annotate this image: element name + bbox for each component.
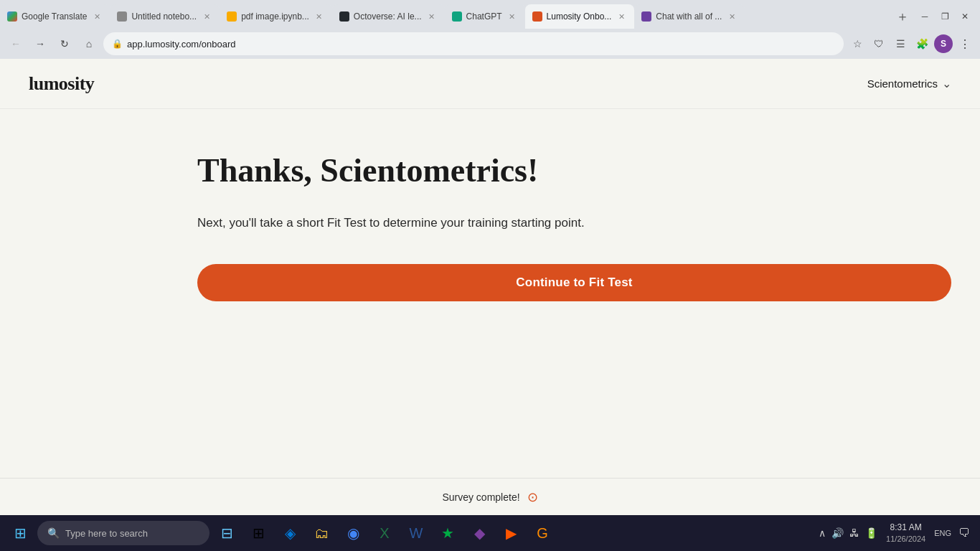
- tab-chatgpt[interactable]: ChatGPT ✕: [445, 4, 525, 29]
- language-indicator: ENG: [934, 529, 951, 537]
- tab-favicon-colab: [227, 11, 237, 22]
- notification-button[interactable]: 🗨: [954, 523, 974, 543]
- taskbar-app-app6[interactable]: ★: [433, 519, 462, 547]
- tab-label-github: Octoverse: AI le...: [354, 11, 422, 22]
- tab-favicon-chatgpt: [452, 11, 462, 22]
- window-controls: ─ ❐ ✕: [915, 7, 980, 26]
- tab-lumosity[interactable]: Lumosity Onbo... ✕: [525, 4, 635, 29]
- date-value: 11/26/2024: [886, 534, 925, 545]
- battery-icon[interactable]: 🔋: [865, 527, 877, 539]
- forward-button[interactable]: →: [30, 34, 50, 54]
- taskbar-app-word[interactable]: W: [402, 519, 430, 547]
- page-wrapper: lumosity Scientometrics ⌄ Thanks, Scient…: [0, 59, 980, 515]
- system-tray-icons: ∧ 🔊 🖧 🔋: [819, 527, 877, 539]
- tab-close-github[interactable]: ✕: [426, 11, 438, 22]
- tab-close-chat2[interactable]: ✕: [726, 11, 738, 22]
- windows-logo-icon: ⊞: [14, 524, 27, 542]
- tab-label-chat2: Chat with all of ...: [656, 11, 722, 22]
- tab-label-chatgpt: ChatGPT: [466, 11, 502, 22]
- tray-chevron[interactable]: ∧: [819, 527, 826, 539]
- survey-status-text: Survey complete!: [442, 491, 519, 503]
- security-icon: 🔒: [112, 39, 123, 49]
- tab-label-notebook: Untitled notebo...: [131, 11, 197, 22]
- tab-favicon-notebook: [117, 11, 127, 22]
- time-value: 8:31 AM: [886, 522, 925, 534]
- address-actions: ☆ 🛡 ☰ 🧩 S ⋮: [848, 34, 974, 53]
- tab-favicon-google-translate: [7, 11, 17, 22]
- tab-close-colab[interactable]: ✕: [314, 11, 325, 22]
- url-display: app.lumosity.com/onboard: [127, 39, 835, 50]
- taskbar-app-task-view[interactable]: ⊞: [244, 519, 273, 547]
- tab-favicon-github: [339, 11, 349, 22]
- tab-list: Google Translate ✕ Untitled notebo... ✕ …: [0, 4, 890, 29]
- tab-close-chatgpt[interactable]: ✕: [507, 11, 518, 22]
- profile-button[interactable]: S: [934, 34, 953, 53]
- taskbar-app-app7[interactable]: ◆: [465, 519, 494, 547]
- close-button[interactable]: ✕: [956, 7, 974, 26]
- tab-notebook[interactable]: Untitled notebo... ✕: [110, 4, 220, 29]
- check-circle-icon: ⊙: [527, 489, 538, 505]
- taskbar-app-media[interactable]: ▶: [496, 519, 525, 547]
- reload-button[interactable]: ↻: [55, 34, 75, 54]
- taskbar-app-app9[interactable]: G: [528, 519, 557, 547]
- page-title: Thanks, Scientometrics!: [197, 152, 951, 190]
- tab-github[interactable]: Octoverse: AI le... ✕: [332, 4, 445, 29]
- taskbar: ⊞ 🔍 Type here to search ⊟ ⊞◈🗂◉XW★◆▶G ∧ 🔊…: [0, 515, 980, 551]
- tab-close-notebook[interactable]: ✕: [201, 11, 212, 22]
- volume-icon[interactable]: 🔊: [831, 527, 844, 539]
- tab-label-google-translate: Google Translate: [22, 11, 87, 22]
- tab-colab[interactable]: pdf image.ipynb... ✕: [220, 4, 332, 29]
- user-menu-button[interactable]: Scientometrics ⌄: [867, 77, 951, 90]
- back-button[interactable]: ←: [6, 34, 26, 54]
- chrome-menu-button[interactable]: ⋮: [956, 34, 974, 53]
- reading-mode-button[interactable]: ☰: [891, 34, 910, 53]
- taskbar-search-placeholder: Type here to search: [65, 528, 148, 539]
- tab-label-colab: pdf image.ipynb...: [241, 11, 309, 22]
- address-bar: ← → ↻ ⌂ 🔒 app.lumosity.com/onboard ☆ 🛡 ☰…: [0, 29, 980, 59]
- main-content: Thanks, Scientometrics! Next, you'll tak…: [0, 109, 980, 478]
- page-subtitle: Next, you'll take a short Fit Test to de…: [197, 213, 685, 232]
- tab-close-google-translate[interactable]: ✕: [91, 11, 103, 22]
- home-button[interactable]: ⌂: [79, 34, 99, 54]
- tab-label-lumosity: Lumosity Onbo...: [547, 11, 612, 22]
- address-input[interactable]: 🔒 app.lumosity.com/onboard: [103, 32, 844, 55]
- continue-fit-test-button[interactable]: Continue to Fit Test: [197, 264, 951, 301]
- task-view-button[interactable]: ⊟: [212, 519, 241, 547]
- tab-favicon-lumosity: [532, 11, 542, 22]
- clock-display[interactable]: 8:31 AM 11/26/2024: [886, 522, 925, 545]
- tab-favicon-chat2: [641, 11, 651, 22]
- search-icon: 🔍: [47, 527, 60, 539]
- shield-button[interactable]: 🛡: [870, 34, 888, 53]
- network-icon[interactable]: 🖧: [849, 527, 859, 539]
- chevron-down-icon: ⌄: [942, 77, 951, 90]
- tab-google-translate[interactable]: Google Translate ✕: [0, 4, 110, 29]
- taskbar-app-excel[interactable]: X: [370, 519, 399, 547]
- taskbar-app-edge[interactable]: ◈: [275, 519, 304, 547]
- footer-status-bar: Survey complete! ⊙: [0, 478, 980, 515]
- tab-close-lumosity[interactable]: ✕: [616, 11, 627, 22]
- lumosity-navbar: lumosity Scientometrics ⌄: [0, 59, 980, 109]
- start-button[interactable]: ⊞: [6, 519, 34, 547]
- browser-chrome: Google Translate ✕ Untitled notebo... ✕ …: [0, 0, 980, 59]
- taskbar-app-files[interactable]: 🗂: [307, 519, 336, 547]
- tab-bar: Google Translate ✕ Untitled notebo... ✕ …: [0, 0, 980, 29]
- new-tab-button[interactable]: ＋: [892, 6, 913, 27]
- taskbar-app-chrome[interactable]: ◉: [339, 519, 367, 547]
- taskbar-clock: 8:31 AM 11/26/2024: [880, 522, 931, 545]
- extensions-button[interactable]: 🧩: [913, 34, 931, 53]
- taskbar-search[interactable]: 🔍 Type here to search: [37, 521, 209, 545]
- tab-chat2[interactable]: Chat with all of ... ✕: [634, 4, 745, 29]
- lumosity-logo: lumosity: [29, 73, 94, 95]
- username-display: Scientometrics: [867, 77, 938, 90]
- maximize-button[interactable]: ❐: [936, 7, 954, 26]
- bookmark-button[interactable]: ☆: [848, 34, 867, 53]
- minimize-button[interactable]: ─: [915, 7, 934, 26]
